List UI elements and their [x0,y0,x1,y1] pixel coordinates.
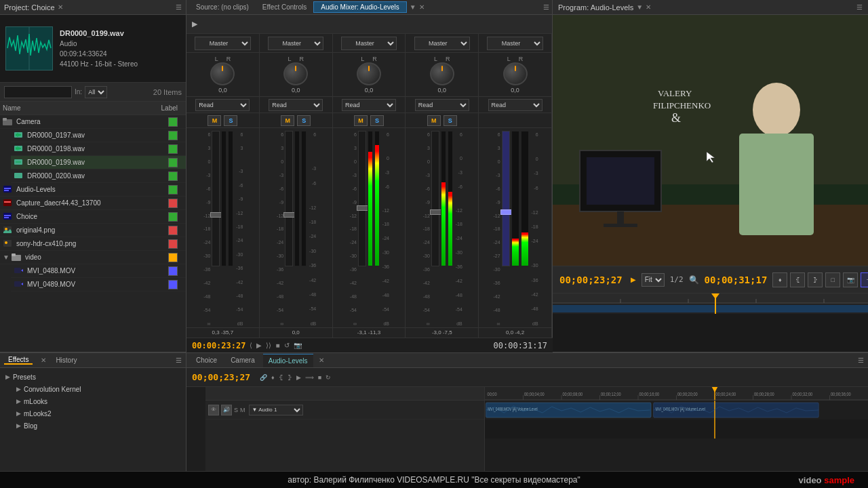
tab-effect-controls[interactable]: Effect Controls [256,2,313,12]
program-panel-menu[interactable]: ☰ [856,3,863,11]
marker-btn[interactable]: ♦ [772,272,787,287]
tl-play-btn[interactable]: ▶ [296,374,301,381]
pan-knob[interactable] [503,62,528,85]
blog-item[interactable]: ▶ Blog [3,420,183,432]
in-btn[interactable]: ⦃ [790,272,805,287]
fader-track[interactable] [358,131,366,266]
read-select[interactable]: Read [342,99,396,111]
timecode-edit[interactable]: ▶ [631,276,636,283]
list-item[interactable]: Choice [0,210,186,224]
transport-loop-btn[interactable]: ↺ [284,342,290,349]
mlooks-item[interactable]: ▶ mLooks [3,395,183,407]
settings-btn[interactable]: + [861,272,868,287]
read-select[interactable]: Read [415,99,469,111]
transport-prev-btn[interactable]: ⟨ [250,342,252,349]
tab-source[interactable]: Source: (no clips) [189,2,256,12]
col-label-header[interactable]: Label [142,104,183,112]
track-select[interactable]: ▼ Audio 1 [249,405,303,415]
list-item[interactable]: ▼ video [0,251,186,264]
fit-select[interactable]: Fit [642,273,665,287]
mute-btn[interactable]: M [281,115,294,126]
mlooks2-item[interactable]: ▶ mLooks2 [3,407,183,420]
routing-select[interactable]: Master [341,37,397,50]
program-menu-arrow[interactable]: ▼ [636,3,643,11]
read-select[interactable]: Read [488,99,542,111]
in-select[interactable]: All [85,86,107,98]
read-select[interactable]: Read [269,99,323,111]
convolution-kernel-item[interactable]: ▶ Convolution Kernel [3,383,183,395]
export-btn[interactable]: 📷 [843,272,858,287]
mute-btn[interactable]: M [427,115,441,126]
tl-loop-btn[interactable]: ↻ [326,374,331,381]
zoom-btn[interactable]: 🔍 [689,275,699,285]
fader-track[interactable] [502,131,510,266]
solo-btn[interactable]: S [443,115,457,126]
pan-knob[interactable] [210,62,235,85]
mixer-menu-btn[interactable]: ▼ [410,3,416,11]
pan-knob[interactable] [430,62,454,85]
tab-camera[interactable]: Camera [225,354,260,367]
routing-select[interactable]: Master [487,37,542,50]
solo-btn[interactable]: S [224,115,237,126]
project-menu-btn[interactable]: ☰ [176,3,182,11]
list-item[interactable]: original4.png [0,224,186,237]
transport-camera-btn[interactable]: 📷 [294,342,302,349]
mixer-close-btn[interactable]: ✕ [419,3,425,11]
tl-close-btn[interactable]: ✕ [319,357,324,364]
tl-in-btn[interactable]: ⦃ [279,374,283,381]
transport-stop-btn[interactable]: ■ [275,342,279,349]
track-solo-icon[interactable]: S [234,407,238,413]
tab-history[interactable]: History [52,357,81,364]
transport-next-btn[interactable]: ⟩⟩ [266,342,271,349]
play-btn[interactable]: ▶ [192,20,197,28]
tl-play-clip-btn[interactable]: ⟹ [305,374,314,381]
transport-play-btn[interactable]: ▶ [256,342,262,349]
tab-audio-levels[interactable]: Audio-Levels [263,354,313,367]
read-select[interactable]: Read [195,99,250,111]
tl-out-btn[interactable]: ⦄ [288,374,292,381]
tl-panel-menu[interactable]: ☰ [858,357,864,364]
out-btn[interactable]: ⦄ [808,272,823,287]
track-mute-icon[interactable]: M [240,407,245,413]
list-item[interactable]: sony-hdr-cx410.png [0,237,186,251]
pan-knob[interactable] [283,62,308,85]
tab-choice[interactable]: Choice [191,354,222,367]
list-item[interactable]: DR0000_0200.wav [11,169,186,183]
track-eye-icon[interactable]: 👁 [208,405,219,415]
list-item[interactable]: Audio-Levels [0,183,186,197]
mute-btn[interactable]: M [208,115,221,126]
list-item[interactable]: MVI_0488.MOV [11,264,186,278]
presets-item[interactable]: ▶ Presets [3,371,183,383]
solo-btn[interactable]: S [297,115,311,126]
project-close-btn[interactable]: ✕ [58,3,63,11]
list-item[interactable]: DR0000_0199.wav [11,156,186,169]
knob-value: 0,0 [292,87,300,94]
tl-snap-btn[interactable]: 🔗 [260,374,267,381]
mute-btn[interactable]: M [354,115,368,126]
routing-select[interactable]: Master [414,37,470,50]
col-name-header[interactable]: Name [3,104,142,112]
list-item[interactable]: DR0000_0197.wav [11,129,186,142]
insert-btn[interactable]: □ [825,272,840,287]
tab-effects[interactable]: Effects [4,356,33,365]
list-item[interactable]: DR0000_0198.wav [11,142,186,156]
mixer-panel-menu[interactable]: ☰ [543,3,549,11]
search-input[interactable] [4,86,72,98]
effects-menu[interactable]: ☰ [176,357,182,364]
tab-audio-mixer[interactable]: Audio Mixer: Audio-Levels [313,1,407,13]
effects-close-x[interactable]: ✕ [41,357,46,364]
fader-track[interactable] [212,131,220,266]
list-item[interactable]: Capture_daecr44.43_13700 [0,197,186,210]
list-item[interactable]: MVI_0489.MOV [11,278,186,291]
track-audio-icon[interactable]: 🔊 [221,405,232,415]
tl-stop-btn[interactable]: ■ [318,374,321,381]
list-item[interactable]: Camera [0,115,186,129]
tl-marker-btn[interactable]: ♦ [271,374,275,381]
fader-track[interactable] [285,131,293,266]
pan-knob[interactable] [357,62,381,85]
routing-select[interactable]: Master [268,37,323,50]
program-close-btn[interactable]: ✕ [646,3,651,11]
routing-select[interactable]: Master [195,37,250,50]
fader-track[interactable] [431,131,439,266]
solo-btn[interactable]: S [370,115,384,126]
